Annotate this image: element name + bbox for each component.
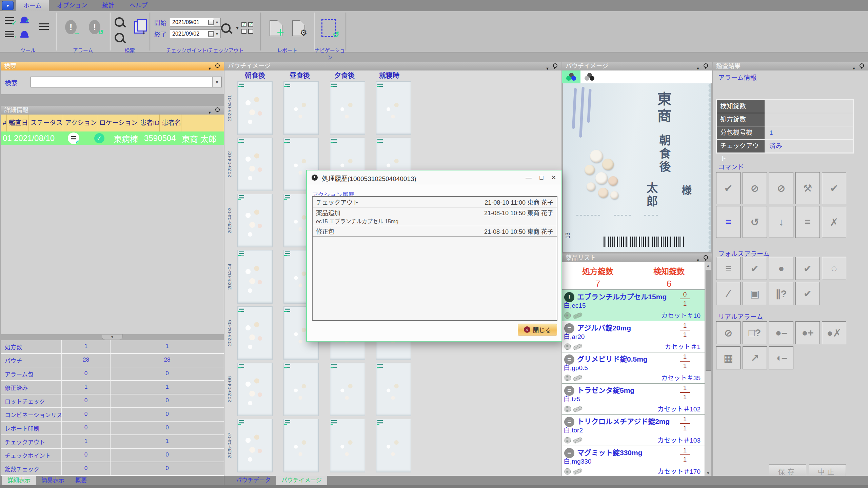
- region-list-icon[interactable]: ≡: [716, 206, 741, 238]
- medicine-list-scrollbar[interactable]: ▲ ▼: [705, 262, 711, 476]
- search-button[interactable]: [115, 17, 124, 27]
- calendar-dropdown[interactable]: ▼: [214, 18, 220, 26]
- pouch-thumbnail[interactable]: [283, 419, 319, 472]
- pouch-thumbnail[interactable]: [376, 81, 411, 135]
- pouch-thumbnail[interactable]: [237, 81, 273, 135]
- medicine-item[interactable]: ! エブランチルカプセル15mg 白,ec15 0 1 カセット＃10: [562, 290, 705, 321]
- pouch-photo[interactable]: 東商 朝食後 太郎 様 13: [563, 83, 711, 252]
- view-tab[interactable]: 概要: [70, 476, 92, 485]
- tablet-minus-icon[interactable]: ●–: [769, 321, 793, 344]
- gray-mode-toggle[interactable]: [580, 70, 599, 83]
- end-date-input[interactable]: [170, 30, 208, 37]
- alarm-list-icon[interactable]: ≡: [716, 257, 741, 280]
- region-pill-icon[interactable]: ▦: [716, 346, 741, 369]
- close-dialog-button[interactable]: ✕ 閉じる: [518, 324, 557, 336]
- scroll-up-icon[interactable]: ▲: [705, 262, 711, 269]
- view-tab[interactable]: パウチデータ: [231, 476, 276, 485]
- app-menu-button[interactable]: ▼: [2, 1, 14, 10]
- capsule-pair-check-icon[interactable]: ✔: [795, 257, 820, 280]
- column-header[interactable]: アクション: [63, 115, 97, 131]
- tag-block-icon[interactable]: ⊘: [769, 172, 793, 204]
- pin-icon[interactable]: [215, 63, 220, 68]
- close-window-button[interactable]: ✕: [549, 173, 559, 182]
- medicine-item[interactable]: = アジルバ錠20mg 白,ar20 1 1 カセット＃1: [562, 321, 705, 352]
- start-date-input[interactable]: [170, 19, 208, 26]
- pouch-thumbnail[interactable]: [237, 138, 273, 191]
- column-header[interactable]: ステータス: [28, 115, 63, 131]
- calendar-icon[interactable]: [208, 31, 214, 37]
- block-icon[interactable]: ⊘: [716, 321, 741, 344]
- column-header[interactable]: ロケーション: [97, 115, 138, 131]
- search-combobox[interactable]: ▼: [31, 77, 222, 87]
- view-tab[interactable]: パウチイメージ: [276, 476, 327, 485]
- alarm-check-button[interactable]: ✓: [21, 17, 28, 22]
- alarm-button[interactable]: [21, 31, 28, 36]
- pin-icon[interactable]: [704, 255, 708, 260]
- menu-tab[interactable]: オプション: [49, 0, 95, 11]
- alarm-recycle-button[interactable]: !↺: [89, 20, 100, 34]
- tablet-plus-icon[interactable]: ●+: [795, 321, 820, 344]
- search-again-button[interactable]: [115, 33, 124, 42]
- pouch-thumbnail[interactable]: [283, 81, 319, 135]
- pin-icon[interactable]: [215, 107, 220, 112]
- scroll-down-icon[interactable]: ▼: [705, 470, 711, 476]
- copy-pages-button[interactable]: ↓: [134, 21, 144, 34]
- swab-icon[interactable]: ⁄: [716, 282, 741, 305]
- medicine-item[interactable]: = トリクロルメチアジド錠2mg 白,tor2 1 1 カセット＃103: [562, 415, 705, 446]
- pin-icon[interactable]: [553, 63, 557, 68]
- medicine-item[interactable]: = トラゼンタ錠5mg 白,tz5 1 1 カセット＃102: [562, 384, 705, 415]
- barcode-question-icon[interactable]: ∥?: [769, 282, 793, 305]
- calendar-icon[interactable]: [208, 20, 214, 25]
- capsule-check-icon[interactable]: ✔: [743, 257, 767, 280]
- pin-icon[interactable]: [704, 63, 708, 68]
- list-check-icon[interactable]: ≡: [795, 206, 820, 238]
- screen-question-icon[interactable]: □?: [743, 321, 767, 344]
- alarm-checkin-button[interactable]: !→: [65, 20, 77, 34]
- monitor-icon[interactable]: ▣: [743, 282, 767, 305]
- tools-icon[interactable]: ⚒: [795, 172, 820, 204]
- pouch-thumbnail[interactable]: [330, 419, 365, 472]
- panel-splitter-handle[interactable]: ▼: [102, 334, 123, 340]
- history-row[interactable]: 修正包 21-08-10 10:50 東商 花子: [313, 226, 557, 237]
- menu-tab[interactable]: ホーム: [16, 0, 49, 11]
- calendar-dropdown[interactable]: ▼: [214, 30, 220, 38]
- color-mode-toggle[interactable]: [562, 70, 580, 83]
- chevron-down-icon[interactable]: ▼: [212, 77, 221, 87]
- view-tab[interactable]: 簡易表示: [36, 476, 70, 485]
- column-header[interactable]: #: [1, 115, 7, 131]
- checkbox-grid-button[interactable]: ✓✓: [241, 22, 253, 34]
- pills-check-icon[interactable]: ✔: [795, 282, 820, 305]
- pouch-thumbnail[interactable]: [237, 363, 273, 416]
- pouch-thumbnail[interactable]: [330, 363, 365, 416]
- folder-download-icon[interactable]: ↓: [769, 206, 793, 238]
- report-settings-button[interactable]: ⚙: [292, 20, 305, 36]
- grip-check-icon[interactable]: ✔: [822, 172, 846, 204]
- pin-icon[interactable]: [860, 63, 864, 68]
- pouch-thumbnail[interactable]: [283, 363, 319, 416]
- list-check-button[interactable]: ✓: [5, 17, 14, 24]
- pouch-thumbnail[interactable]: [237, 306, 273, 360]
- history-row[interactable]: 薬品追加 21-08-10 10:50 東商 花子 ec15 エブランチルカプセ…: [313, 207, 557, 226]
- pouch-thumbnail[interactable]: [330, 81, 365, 135]
- list-remove-icon[interactable]: ✗: [822, 206, 846, 238]
- medicine-item[interactable]: = グリメピリド錠0.5mg 白,gp0.5 1 1 カセット＃35: [562, 352, 705, 384]
- pouch-thumbnail[interactable]: [237, 250, 273, 304]
- view-tab[interactable]: 詳細表示: [2, 476, 36, 485]
- history-row[interactable]: チェックアウト 21-08-10 11:00 東商 花子: [313, 197, 557, 207]
- approve-hand-icon[interactable]: ✔: [716, 172, 741, 204]
- medicine-item[interactable]: = マグミット錠330mg 白,mg330 1 1 カセット＃170: [562, 446, 705, 476]
- search-input[interactable]: [31, 77, 211, 87]
- column-header[interactable]: 患者名: [160, 115, 181, 131]
- column-header[interactable]: 鑑査日: [7, 115, 28, 131]
- tablet-icon[interactable]: ●: [769, 257, 793, 280]
- half-pill-minus-icon[interactable]: ◖–: [769, 346, 793, 369]
- pouch-thumbnail[interactable]: [237, 419, 273, 472]
- pouch-thumbnail[interactable]: [376, 419, 411, 472]
- list-forward-button[interactable]: →: [5, 31, 14, 38]
- pouch-thumbnail[interactable]: [376, 363, 411, 416]
- history-clock-icon[interactable]: ↺: [743, 206, 767, 238]
- minimize-button[interactable]: —: [524, 173, 534, 182]
- menu-tab[interactable]: ヘルプ: [122, 0, 155, 11]
- pouch-thumbnail[interactable]: [237, 194, 273, 247]
- region-block-icon[interactable]: ⊘: [743, 172, 767, 204]
